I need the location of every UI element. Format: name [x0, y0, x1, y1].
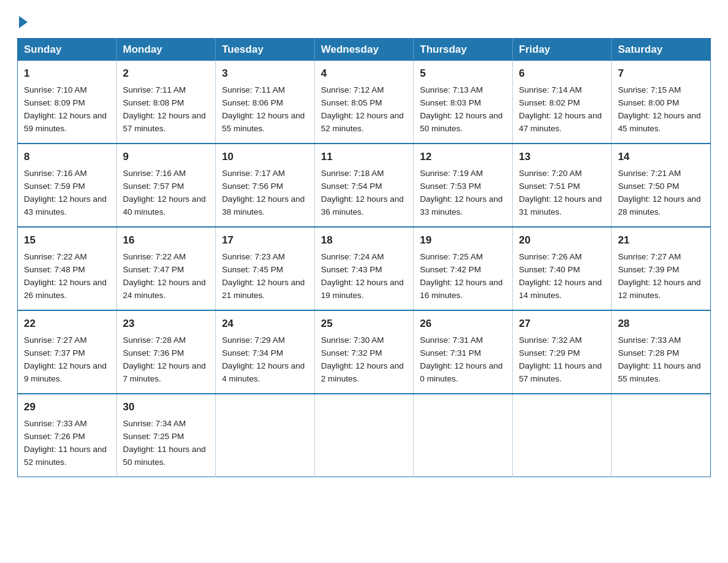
sunrise-text: Sunrise: 7:13 AM — [420, 84, 506, 97]
sunrise-text: Sunrise: 7:19 AM — [420, 167, 506, 180]
sunset-text: Sunset: 8:09 PM — [24, 97, 110, 110]
calendar-cell: 22Sunrise: 7:27 AMSunset: 7:37 PMDayligh… — [18, 310, 117, 394]
day-number: 6 — [519, 66, 605, 82]
daylight-text: Daylight: 12 hours and 26 minutes. — [24, 277, 110, 302]
calendar-cell: 1Sunrise: 7:10 AMSunset: 8:09 PMDaylight… — [18, 61, 117, 144]
sunset-text: Sunset: 8:02 PM — [519, 97, 605, 110]
calendar-cell — [414, 394, 513, 477]
calendar-cell: 19Sunrise: 7:25 AMSunset: 7:42 PMDayligh… — [414, 227, 513, 310]
calendar-cell: 26Sunrise: 7:31 AMSunset: 7:31 PMDayligh… — [414, 310, 513, 394]
sunrise-text: Sunrise: 7:17 AM — [222, 167, 308, 180]
sunset-text: Sunset: 7:26 PM — [24, 431, 110, 443]
sunset-text: Sunset: 8:03 PM — [420, 97, 506, 110]
sunrise-text: Sunrise: 7:11 AM — [222, 84, 308, 97]
day-number: 30 — [123, 399, 210, 415]
day-number: 22 — [24, 316, 110, 332]
day-number: 1 — [24, 66, 110, 82]
day-number: 5 — [420, 66, 506, 82]
sunset-text: Sunset: 7:43 PM — [321, 264, 408, 277]
header-cell-saturday: Saturday — [612, 39, 711, 61]
calendar-cell: 6Sunrise: 7:14 AMSunset: 8:02 PMDaylight… — [512, 61, 612, 144]
daylight-text: Daylight: 12 hours and 4 minutes. — [222, 360, 308, 386]
calendar-cell: 30Sunrise: 7:34 AMSunset: 7:25 PMDayligh… — [116, 394, 216, 477]
sunrise-text: Sunrise: 7:14 AM — [519, 84, 605, 97]
day-number: 14 — [618, 149, 704, 165]
sunrise-text: Sunrise: 7:10 AM — [24, 84, 110, 97]
daylight-text: Daylight: 11 hours and 52 minutes. — [24, 443, 110, 469]
daylight-text: Daylight: 12 hours and 28 minutes. — [618, 193, 704, 219]
day-number: 26 — [420, 316, 506, 332]
day-number: 10 — [222, 149, 308, 165]
daylight-text: Daylight: 12 hours and 52 minutes. — [321, 110, 408, 136]
sunset-text: Sunset: 7:54 PM — [321, 180, 408, 193]
day-number: 25 — [321, 316, 408, 332]
sunset-text: Sunset: 7:48 PM — [24, 264, 110, 277]
calendar-cell: 11Sunrise: 7:18 AMSunset: 7:54 PMDayligh… — [314, 144, 414, 227]
day-number: 23 — [123, 316, 210, 332]
header-row: SundayMondayTuesdayWednesdayThursdayFrid… — [18, 39, 711, 61]
sunset-text: Sunset: 7:31 PM — [420, 347, 506, 360]
sunset-text: Sunset: 7:28 PM — [618, 347, 704, 360]
header-cell-tuesday: Tuesday — [216, 39, 315, 61]
calendar-cell: 18Sunrise: 7:24 AMSunset: 7:43 PMDayligh… — [314, 227, 414, 310]
day-number: 12 — [420, 149, 506, 165]
sunrise-text: Sunrise: 7:26 AM — [519, 251, 605, 264]
calendar-cell: 17Sunrise: 7:23 AMSunset: 7:45 PMDayligh… — [216, 227, 315, 310]
daylight-text: Daylight: 12 hours and 33 minutes. — [420, 193, 506, 219]
sunrise-text: Sunrise: 7:20 AM — [519, 167, 605, 180]
calendar-cell: 23Sunrise: 7:28 AMSunset: 7:36 PMDayligh… — [116, 310, 216, 394]
daylight-text: Daylight: 12 hours and 19 minutes. — [321, 277, 408, 302]
daylight-text: Daylight: 12 hours and 24 minutes. — [123, 277, 210, 302]
daylight-text: Daylight: 12 hours and 31 minutes. — [519, 193, 605, 219]
sunset-text: Sunset: 8:08 PM — [123, 97, 210, 110]
sunrise-text: Sunrise: 7:24 AM — [321, 251, 408, 264]
day-number: 15 — [24, 232, 110, 248]
calendar-cell: 13Sunrise: 7:20 AMSunset: 7:51 PMDayligh… — [512, 144, 612, 227]
day-number: 2 — [123, 66, 210, 82]
header-cell-monday: Monday — [116, 39, 216, 61]
sunset-text: Sunset: 7:42 PM — [420, 264, 506, 277]
sunset-text: Sunset: 7:47 PM — [123, 264, 210, 277]
daylight-text: Daylight: 12 hours and 12 minutes. — [618, 277, 704, 302]
calendar-cell: 25Sunrise: 7:30 AMSunset: 7:32 PMDayligh… — [314, 310, 414, 394]
calendar-cell — [612, 394, 711, 477]
calendar-cell: 27Sunrise: 7:32 AMSunset: 7:29 PMDayligh… — [512, 310, 612, 394]
sunrise-text: Sunrise: 7:12 AM — [321, 84, 408, 97]
week-row-5: 29Sunrise: 7:33 AMSunset: 7:26 PMDayligh… — [18, 394, 711, 477]
sunrise-text: Sunrise: 7:16 AM — [24, 167, 110, 180]
week-row-4: 22Sunrise: 7:27 AMSunset: 7:37 PMDayligh… — [18, 310, 711, 394]
sunrise-text: Sunrise: 7:25 AM — [420, 251, 506, 264]
sunrise-text: Sunrise: 7:27 AM — [24, 334, 110, 347]
day-number: 29 — [24, 399, 110, 415]
calendar-cell — [512, 394, 612, 477]
sunset-text: Sunset: 7:29 PM — [519, 347, 605, 360]
daylight-text: Daylight: 12 hours and 2 minutes. — [321, 360, 408, 386]
sunset-text: Sunset: 7:36 PM — [123, 347, 210, 360]
sunset-text: Sunset: 7:40 PM — [519, 264, 605, 277]
day-number: 11 — [321, 149, 408, 165]
daylight-text: Daylight: 12 hours and 43 minutes. — [24, 193, 110, 219]
week-row-3: 15Sunrise: 7:22 AMSunset: 7:48 PMDayligh… — [18, 227, 711, 310]
sunset-text: Sunset: 8:05 PM — [321, 97, 408, 110]
sunset-text: Sunset: 7:45 PM — [222, 264, 308, 277]
sunrise-text: Sunrise: 7:23 AM — [222, 251, 308, 264]
daylight-text: Daylight: 12 hours and 55 minutes. — [222, 110, 308, 136]
daylight-text: Daylight: 12 hours and 57 minutes. — [123, 110, 210, 136]
sunset-text: Sunset: 7:39 PM — [618, 264, 704, 277]
sunset-text: Sunset: 7:25 PM — [123, 431, 210, 443]
daylight-text: Daylight: 12 hours and 59 minutes. — [24, 110, 110, 136]
daylight-text: Daylight: 11 hours and 57 minutes. — [519, 360, 605, 386]
week-row-2: 8Sunrise: 7:16 AMSunset: 7:59 PMDaylight… — [18, 144, 711, 227]
calendar-cell: 7Sunrise: 7:15 AMSunset: 8:00 PMDaylight… — [612, 61, 711, 144]
sunset-text: Sunset: 7:57 PM — [123, 180, 210, 193]
daylight-text: Daylight: 12 hours and 7 minutes. — [123, 360, 210, 386]
calendar-cell: 3Sunrise: 7:11 AMSunset: 8:06 PMDaylight… — [216, 61, 315, 144]
calendar-cell — [216, 394, 315, 477]
day-number: 27 — [519, 316, 605, 332]
sunrise-text: Sunrise: 7:16 AM — [123, 167, 210, 180]
calendar-cell: 9Sunrise: 7:16 AMSunset: 7:57 PMDaylight… — [116, 144, 216, 227]
daylight-text: Daylight: 12 hours and 0 minutes. — [420, 360, 506, 386]
daylight-text: Daylight: 12 hours and 47 minutes. — [519, 110, 605, 136]
logo-text — [17, 15, 28, 28]
day-number: 17 — [222, 232, 308, 248]
